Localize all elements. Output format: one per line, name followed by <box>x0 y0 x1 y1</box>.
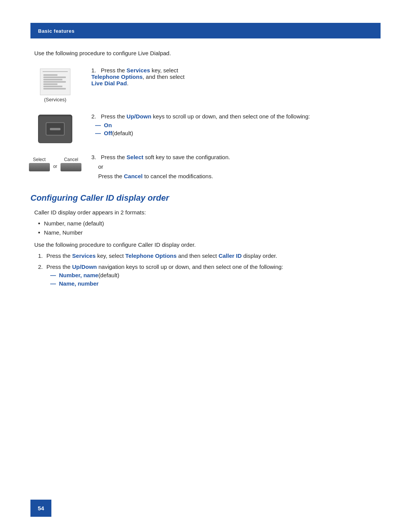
step1-image: (Services) <box>30 69 80 102</box>
step1-number: 1. <box>91 67 99 73</box>
step1-device-label: (Services) <box>44 97 67 102</box>
services-link: Services <box>127 67 150 73</box>
step2-content: 2. Press the Up/Down keys to scroll up o… <box>91 113 381 138</box>
screen-line <box>43 81 66 83</box>
s2-step2-content: Press the Up/Down navigation keys to scr… <box>46 264 381 287</box>
select-softkey-col: Select <box>27 157 52 171</box>
softkeys-row: Select or Cancel <box>27 157 84 171</box>
step3-or: or <box>98 163 381 170</box>
sub-dash-icon: — <box>50 280 56 287</box>
step1-content: 1. Press the Services key, select Teleph… <box>91 67 381 89</box>
bullet-name-number-text: Name, Number <box>44 229 83 236</box>
screen-line <box>43 74 57 76</box>
dash-icon: — <box>95 122 101 128</box>
step2-number: 2. <box>91 113 99 120</box>
live-dialpad-link: Live Dial Pad <box>91 80 127 86</box>
section2-intro: Caller ID display order appears in 2 for… <box>34 209 381 216</box>
cancel-softkey-label: Cancel <box>59 157 83 162</box>
step2-text: 2. Press the Up/Down keys to scroll up o… <box>91 113 381 120</box>
step3-number: 3. <box>91 154 99 160</box>
select-softkey-label: Select <box>27 157 52 162</box>
step2-bullet-on: — On <box>95 122 381 128</box>
bullet-name-number: • Name, Number <box>38 229 381 236</box>
header-bar-title: Basic features <box>38 28 75 34</box>
step2-image <box>30 115 80 143</box>
screen-line <box>43 86 62 87</box>
s2-step1-content: Press the Services key, select Telephone… <box>46 252 381 259</box>
select-softkey-button[interactable] <box>29 163 50 171</box>
s2-caller-id-link: Caller ID <box>218 252 242 259</box>
services-device-image <box>40 69 70 95</box>
s2-services-link: Services <box>72 252 96 259</box>
section2-step2: 2. Press the Up/Down navigation keys to … <box>38 264 381 287</box>
bullet-dot-icon: • <box>38 229 40 236</box>
step3-cancel-text: Press the Cancel to cancel the modificat… <box>98 173 381 179</box>
screen-line <box>43 83 57 85</box>
name-number-option: Name, number <box>59 280 99 287</box>
page-wrapper: Basic features Use the following procedu… <box>0 0 411 322</box>
step2-item: 2. Press the Up/Down keys to scroll up o… <box>30 113 381 143</box>
page-number: 54 <box>38 505 44 511</box>
screen-line <box>43 88 66 89</box>
section2-step1: 1. Press the Services key, select Teleph… <box>38 252 381 259</box>
screen-line <box>43 79 62 80</box>
s2-bullet-name-number: — Name, number <box>50 280 381 287</box>
cancel-link: Cancel <box>124 173 143 179</box>
cancel-softkey-col: Cancel <box>59 157 83 171</box>
nav-device-image <box>38 115 72 143</box>
screen-line <box>43 77 66 78</box>
section2-use-following: Use the following procedure to configure… <box>34 241 381 248</box>
step1-text: 1. Press the Services key, select Teleph… <box>91 67 381 86</box>
bullet-number-name: • Number, name (default) <box>38 220 381 227</box>
off-default: (default) <box>112 130 133 136</box>
nav-bar <box>50 128 61 130</box>
s2-telephone-options-link: Telephone Options <box>125 252 177 259</box>
bullet-dot-icon: • <box>38 220 40 227</box>
sub-dash-icon: — <box>50 272 56 278</box>
nav-device-inner <box>46 122 65 136</box>
section2-heading: Configuring Caller ID display order <box>30 193 381 203</box>
dash-icon: — <box>95 130 101 136</box>
step3-item: Select or Cancel 3. Press the Select sof… <box>30 154 381 182</box>
number-name-default: (default) <box>98 272 119 278</box>
step3-image: Select or Cancel <box>30 155 80 171</box>
step3-text: 3. Press the Select soft key to save the… <box>91 154 381 160</box>
page-number-box: 54 <box>30 500 51 517</box>
services-screen <box>42 71 68 93</box>
step2-bullet-off: — Off (default) <box>95 130 381 136</box>
telephone-options-link: Telephone Options <box>91 73 143 80</box>
intro-text: Use the following procedure to configure… <box>34 50 381 56</box>
cancel-softkey-button[interactable] <box>61 163 81 171</box>
s2-bullet-number-name: — Number, name (default) <box>50 272 381 278</box>
step3-content: 3. Press the Select soft key to save the… <box>91 154 381 182</box>
step1-item: (Services) 1. Press the Services key, se… <box>30 67 381 102</box>
softkey-or-label: or <box>53 164 57 171</box>
number-name-option: Number, name <box>59 272 98 278</box>
s2-updown-link: Up/Down <box>72 264 97 270</box>
s2-step1-number: 1. <box>38 252 46 259</box>
on-option: On <box>104 122 112 128</box>
header-bar: Basic features <box>30 23 381 38</box>
bullet-number-name-text: Number, name (default) <box>44 220 104 227</box>
select-link: Select <box>127 154 143 160</box>
off-option: Off <box>104 130 112 136</box>
updown-link: Up/Down <box>127 113 151 120</box>
s2-step2-number: 2. <box>38 264 46 287</box>
